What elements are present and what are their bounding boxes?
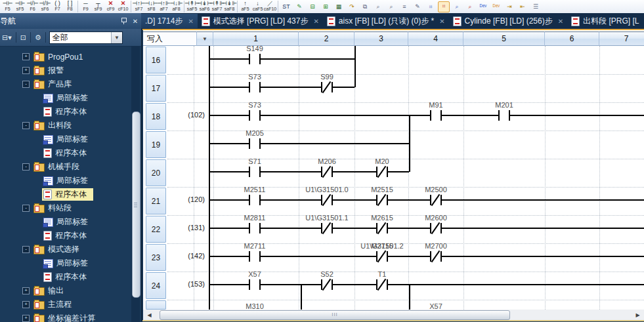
device-find-icon[interactable]: ⌕ [450,0,463,13]
closed-contact-U1\G31501.0[interactable] [321,195,333,205]
tree-item-程序本体[interactable]: 程序本体 [0,229,131,243]
open-contact-X57[interactable] [249,279,261,290]
tree-item-产品库[interactable]: -产品库 [0,77,131,91]
tree-item-程序本体[interactable]: 程序本体 [0,188,131,201]
expand-icon[interactable]: + [22,67,30,74]
closed-contact-M2700[interactable] [430,251,442,262]
tree-filter-dropdown[interactable]: 全部 ▼ [49,31,123,44]
tab-close-icon[interactable]: ✕ [313,18,318,25]
find-next-icon[interactable]: ⌕ [385,0,398,13]
jump-source-icon[interactable]: ⇥ [503,0,516,13]
closed-contact-M206[interactable] [321,167,333,177]
navigation-scrollbar[interactable] [131,46,140,322]
open-contact-S73[interactable] [249,82,261,92]
tab-close-icon[interactable]: ✕ [188,18,193,25]
tool-sF9-button[interactable]: ┬sF9 [92,0,104,13]
note-edit-icon[interactable]: ✎ [411,0,424,13]
expand-icon[interactable]: + [22,315,30,322]
closed-contact-M2615[interactable] [376,223,388,233]
tool-aF5-button[interactable]: ↑aF5 [239,0,251,13]
tool-cF9-button[interactable]: ✕cF9 [104,0,117,13]
tool-sF6-button[interactable]: ⊣/⊩sF6 [39,0,51,13]
tree-item-局部标签[interactable]: 局部标签 [0,174,131,188]
closed-contact-M2600[interactable] [430,223,442,233]
entry-mode-combobox[interactable]: 写入 [143,31,197,46]
collapse-icon[interactable]: - [22,122,30,129]
tree-item-报警[interactable]: +报警 [0,64,131,77]
navigation-scrollbar-thumb[interactable] [132,111,140,298]
expand-icon[interactable]: + [22,53,30,60]
open-contact-M91[interactable] [430,110,442,121]
row-number-24[interactable]: 24 [146,272,166,299]
row-number-21[interactable]: 21 [146,188,166,214]
statement-icon[interactable]: ≡ [398,0,411,13]
open-contact-M205[interactable] [249,138,261,149]
collapse-icon[interactable]: - [22,163,30,171]
st-program-box-icon[interactable]: ST [280,0,293,13]
rung-delete-icon[interactable]: ⊟ [306,0,319,13]
tool-aF7-button[interactable]: ⊣↑⊩aF7 [158,0,170,13]
undo-icon[interactable]: ↷ [345,0,358,13]
dev-comment-icon[interactable]: ᴰᵉᵛ [490,0,503,13]
tab-document-2[interactable]: aisx [FB] [LD] (只读) (0)步 *✕ [323,14,449,28]
tab-document-1[interactable]: 模式选择 [PRG] [LD] 437步✕ [198,14,323,28]
tool-caF10-button[interactable]: ／caF10 [264,0,276,13]
tool-F8-button[interactable]: [ ]F8 [64,0,76,13]
tree-item-局部标签[interactable]: 局部标签 [0,132,131,146]
scroll-left-icon[interactable]: ◀ [145,311,154,319]
closed-contact-U1\G31501.1[interactable] [321,223,333,233]
open-contact-M2811[interactable] [249,223,261,233]
tool-F7-button[interactable]: ( )F7 [51,0,64,13]
tool-F6-button[interactable]: ⊣/⊢F6 [26,0,39,13]
open-contact-M2511[interactable] [249,195,261,205]
closed-contact-M2715[interactable] [376,251,388,262]
tool-sF5-button[interactable]: ⊣⊩sF5 [14,0,26,13]
row-number-partial[interactable] [146,300,166,310]
closed-contact-M20[interactable] [376,167,388,177]
closed-contact-S52[interactable] [321,279,333,290]
collapse-icon[interactable]: - [22,205,30,212]
tab-document-0[interactable]: .D] 1714步✕ [141,14,198,28]
tab-document-3[interactable]: Cylinde [FB] [LD] (256)步✕ [449,14,567,28]
tab-document-4[interactable]: 出料段 [PRG] [L [567,14,643,28]
tree-item-ProgPou1[interactable]: +ProgPou1 [0,50,131,64]
expand-icon[interactable]: + [22,301,30,308]
jump-dest-icon[interactable]: ⇤ [516,0,529,13]
closed-contact-M2500[interactable] [430,195,442,205]
collapse-icon[interactable]: - [22,246,30,253]
closed-contact-M2515[interactable] [376,195,388,205]
collapse-icon[interactable]: - [22,81,30,88]
tool-sF8-button[interactable]: ⊣↓⊢sF8 [145,0,158,13]
tree-collapse-icon[interactable]: ⊟▾ [0,31,14,43]
closed-contact-T1[interactable] [376,279,388,290]
tool-aF8-button[interactable]: ⊣↓⊩aF8 [170,0,182,13]
tree-layout-icon[interactable]: ⊡ [18,31,28,43]
horizontal-scrollbar[interactable]: ◀ ▶ [143,310,644,320]
closed-contact-S99[interactable] [321,82,333,92]
block-edit-icon[interactable]: ▦ [332,0,345,13]
close-icon[interactable]: ✕ [129,16,141,26]
tree-item-程序本体[interactable]: 程序本体 [0,105,131,119]
tree-item-局部标签[interactable]: 局部标签 [0,215,131,229]
scroll-right-icon[interactable]: ▶ [633,311,642,319]
outline-display-icon[interactable]: ⌗ [424,0,437,13]
row-number-17[interactable]: 17 [146,75,166,102]
entry-mode-dropdown-icon[interactable]: ▼ [197,31,213,46]
tool-caF5-button[interactable]: ↓caF5 [251,0,264,13]
list-view-icon[interactable]: ☰ [529,0,542,13]
tree-item-模式选择[interactable]: -模式选择 [0,243,131,256]
gear-icon[interactable]: ⚙ [33,31,43,43]
tree-item-输出[interactable]: +输出 [0,284,131,298]
tree-item-局部标签[interactable]: 局部标签 [0,91,131,105]
open-contact-S149[interactable] [249,54,261,64]
row-number-22[interactable]: 22 [146,216,166,243]
tool-saF8-button[interactable]: ⊣↡⊩saF8 [223,0,236,13]
horizontal-scrollbar-thumb[interactable] [160,310,510,320]
tree-item-程序本体[interactable]: 程序本体 [0,146,131,160]
row-number-20[interactable]: 20 [146,159,166,186]
rung-insert-icon[interactable]: ✎ [293,0,306,13]
row-number-18[interactable]: 18 [146,103,166,130]
tool-F5-button[interactable]: ⊣⊢F5 [1,0,14,13]
find-icon[interactable]: ⌕ [372,0,385,13]
open-contact-S73[interactable] [249,110,261,121]
